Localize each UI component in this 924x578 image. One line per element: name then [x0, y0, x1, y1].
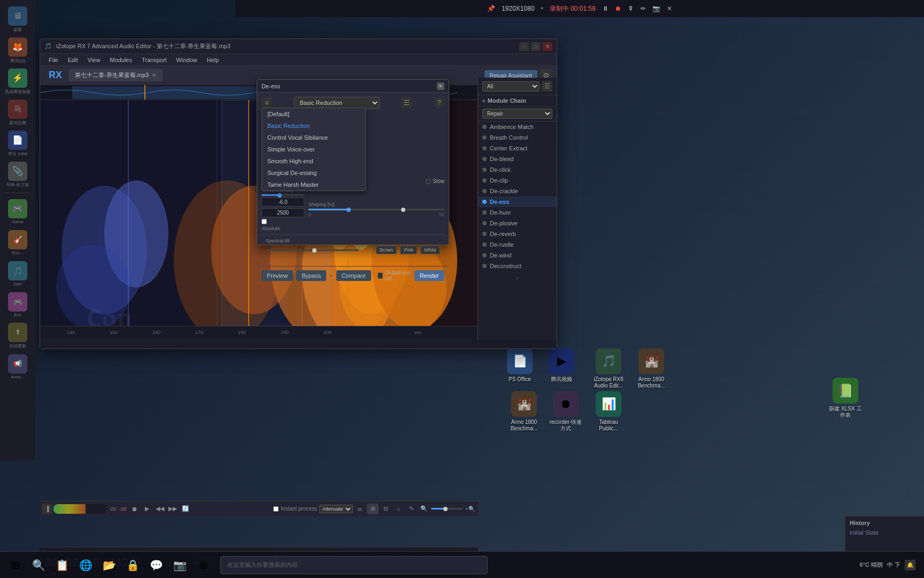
threshold-thumb[interactable] [278, 193, 282, 197]
file-tab-close[interactable]: ✕ [152, 72, 156, 78]
mail-button[interactable]: 🔒 [122, 554, 143, 576]
desktop-icon-izotope[interactable]: 🎵 iZotope RX8 Audio Edit... [588, 345, 629, 392]
zoom-in-btn[interactable]: +🔍 [464, 504, 476, 514]
wechat-button[interactable]: 💬 [145, 554, 167, 576]
zoom-out-btn[interactable]: 🔍 [418, 504, 430, 514]
module-item-de-crackle[interactable]: De-crackle [478, 186, 557, 196]
module-item-breath-control[interactable]: Breath Control [478, 132, 557, 143]
desktop-icon-ps-office[interactable]: 📄 PS Office [504, 345, 536, 386]
plus-button[interactable]: ⊕ [192, 554, 214, 576]
close-recording-btn[interactable]: ✕ [667, 5, 672, 12]
desktop-icon-recorder[interactable]: ⏺ recorder-快速方式 [545, 388, 586, 435]
desktop-icon-anno1800-2[interactable]: 🏰 Anno 1800 Benchma... [631, 345, 672, 392]
module-item-deconstruct[interactable]: Deconstruct [478, 261, 557, 271]
history-initial-state[interactable]: Initial State [850, 528, 920, 537]
shaping-thumb2[interactable] [401, 208, 405, 212]
taskbar-search[interactable]: 在这里输入你要搜索的内容 [220, 556, 488, 574]
deess-help-icon[interactable]: ? [434, 97, 444, 108]
loop-btn[interactable]: 🔄 [180, 504, 191, 514]
menu-edit[interactable]: Edit [64, 56, 82, 64]
menu-view[interactable]: View [83, 56, 105, 64]
sidebar-icon-3[interactable]: ⚡ 迅游网游加速 [3, 66, 33, 96]
frequency-value[interactable]: 2500 [261, 208, 304, 217]
spectral-view-btn[interactable]: ⊞ [367, 504, 379, 514]
filter-icon[interactable]: ☰ [542, 81, 552, 92]
sidebar-icon-10[interactable]: 🎮 EUI [3, 290, 33, 320]
expand-arrow[interactable]: › [478, 271, 557, 284]
zoom-thumb[interactable] [443, 507, 448, 511]
start-button[interactable]: ⊞ [4, 554, 26, 576]
compare-btn[interactable]: Compare [336, 270, 371, 281]
brush-tool[interactable]: ✎ [405, 504, 417, 514]
instant-process-checkbox[interactable] [273, 506, 279, 512]
shaping-track[interactable] [309, 209, 444, 210]
desktop-icon-tencent-video[interactable]: ▶ 腾讯视频 [545, 345, 578, 386]
both-view-btn[interactable]: ⊟ [380, 504, 391, 514]
prev-btn[interactable]: ◀◀ [154, 504, 166, 514]
sidebar-icon-11[interactable]: ⬆ 自动更新 [3, 321, 33, 351]
module-item-de-bleed[interactable]: De-bleed [478, 154, 557, 164]
output-ess-checkbox[interactable] [378, 272, 383, 279]
sidebar-icon-2[interactable]: 🦊 腾讯QQ [3, 35, 33, 65]
minimize-button[interactable]: ─ [519, 42, 529, 51]
attenuate-select[interactable]: Attenuate [319, 505, 353, 513]
threshold-value[interactable]: -6.0 [261, 197, 304, 207]
render-btn[interactable]: Render [414, 270, 444, 281]
sidebar-icon-1[interactable]: 🖥 桌面 [3, 4, 33, 34]
menu-window[interactable]: Window [172, 56, 202, 64]
module-item-center-extract[interactable]: Center Extract [478, 143, 557, 154]
deess-menu-icon[interactable]: ≡ [261, 97, 272, 108]
module-item-de-plosive[interactable]: De-plosive [478, 218, 557, 229]
menu-help[interactable]: Help [203, 56, 224, 64]
module-item-ambience-match[interactable]: Ambience Match [478, 121, 557, 132]
spectral-white-btn[interactable]: White [420, 246, 440, 254]
sidebar-icon-9[interactable]: 🎵 Gan [3, 258, 33, 288]
sidebar-icon-8[interactable]: 🎸 Roc... [3, 227, 33, 257]
dropdown-tame-harsh[interactable]: Tame Harsh Master [262, 179, 365, 191]
lasso-tool[interactable]: ○ [392, 504, 404, 514]
slow-radio[interactable]: Slow [426, 178, 444, 184]
camera-icon[interactable]: 📷 [652, 5, 660, 12]
sidebar-icon-7[interactable]: 🎮 Game [3, 196, 33, 226]
absolute-checkbox[interactable] [261, 219, 267, 224]
sidebar-icon-5[interactable]: 📄 寄合 1998 [3, 128, 33, 158]
dropdown-smooth-highend[interactable]: Smooth High-end [262, 155, 365, 167]
spectral-pink-btn[interactable]: Pink [400, 246, 417, 254]
close-button[interactable]: ✕ [543, 42, 552, 51]
dropdown-control-vocal[interactable]: Control Vocal Sibilance [262, 132, 365, 143]
search-button[interactable]: 🔍 [28, 554, 49, 576]
threshold-track[interactable] [261, 194, 304, 196]
play-btn[interactable]: ▶ [141, 504, 153, 514]
desktop-icon-xlsx[interactable]: 📗 新建 XLSX 工作表 [503, 391, 509, 397]
menu-file[interactable]: File [44, 56, 63, 64]
mic-icon[interactable]: 🎙 [628, 5, 634, 12]
spectral-slider[interactable] [266, 249, 359, 251]
shaping-thumb[interactable] [346, 208, 351, 212]
module-item-de-clip[interactable]: De-clip [478, 175, 557, 186]
dropdown-basic-reduction[interactable]: Basic Reduction [262, 120, 365, 132]
camera-taskbar-button[interactable]: 📷 [169, 554, 190, 576]
menu-transport[interactable]: Transport [137, 56, 171, 64]
dropdown-simple-voiceover[interactable]: Simple Voice-over [262, 143, 365, 155]
module-item-de-wind[interactable]: De-wind [478, 250, 557, 261]
preview-btn[interactable]: Preview [261, 270, 293, 281]
module-item-de-reverb[interactable]: De-reverb [478, 229, 557, 239]
sidebar-icon-6[interactable]: 📎 年秋·长汀派 [3, 159, 33, 189]
module-item-de-hum[interactable]: De-hum [478, 207, 557, 218]
pen-icon[interactable]: ✏ [641, 5, 646, 12]
wave-view-btn[interactable]: ⚌ [354, 504, 366, 514]
desktop-icon-anno1800-1[interactable]: 🏰 Anno 1800 Benchma... [504, 388, 544, 435]
repair-type-select[interactable]: Repair [482, 109, 552, 119]
dropdown-surgical[interactable]: Surgical De-essing [262, 167, 365, 179]
task-view-button[interactable]: 📋 [51, 554, 73, 576]
all-select-dropdown[interactable]: All [482, 81, 540, 92]
notification-icon[interactable]: 🔔 [905, 560, 915, 571]
stop-icon[interactable]: ⏺ [615, 5, 621, 12]
explorer-button[interactable]: 📂 [98, 554, 120, 576]
deess-preset-select[interactable]: Basic Reduction [294, 97, 380, 109]
file-tab[interactable]: 第七十二章-养生果蓝莓.mp3 ✕ [68, 69, 163, 81]
zoom-slider[interactable] [431, 508, 463, 509]
module-item-de-rustle[interactable]: De-rustle [478, 239, 557, 250]
bypass-btn[interactable]: Bypass [296, 270, 326, 281]
pause-icon[interactable]: ⏸ [602, 5, 609, 12]
